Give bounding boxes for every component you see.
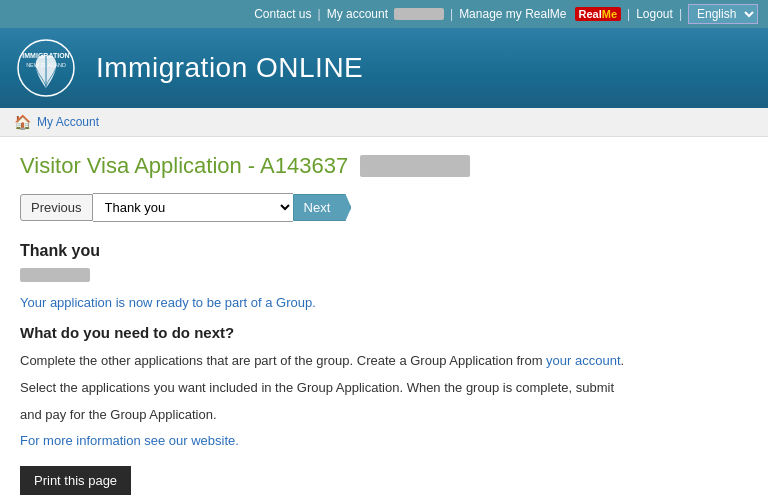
fern-logo-icon: IMMIGRATION NEW ZEALAND bbox=[16, 38, 76, 98]
page-title: Visitor Visa Application - A143637 bbox=[20, 153, 748, 179]
contact-us-link[interactable]: Contact us bbox=[254, 7, 311, 21]
next-steps-heading: What do you need to do next? bbox=[20, 324, 748, 341]
body-line-3: and pay for the Group Application. bbox=[20, 405, 748, 426]
thank-you-heading: Thank you bbox=[20, 242, 748, 260]
body-line-4-post: . bbox=[235, 433, 239, 448]
info-text: Your application is now ready to be part… bbox=[20, 295, 748, 310]
logo-area: IMMIGRATION NEW ZEALAND bbox=[16, 38, 76, 98]
manage-realme-link[interactable]: Manage my RealMe bbox=[459, 7, 566, 21]
logout-link[interactable]: Logout bbox=[636, 7, 673, 21]
separator4: | bbox=[679, 7, 682, 21]
body-line-4: For more information see our website. bbox=[20, 431, 748, 452]
page-title-text: Visitor Visa Application - A143637 bbox=[20, 153, 348, 179]
language-select[interactable]: English bbox=[688, 4, 758, 24]
realme-me: Me bbox=[602, 8, 617, 20]
account-redacted bbox=[394, 8, 444, 20]
main-content: Visitor Visa Application - A143637 Previ… bbox=[0, 137, 768, 504]
breadcrumb-my-account-link[interactable]: My Account bbox=[37, 115, 99, 129]
realme-badge: RealMe bbox=[575, 7, 622, 21]
name-redacted-bar bbox=[20, 268, 90, 282]
step-select[interactable]: Thank you bbox=[93, 193, 293, 222]
separator3: | bbox=[627, 7, 630, 21]
breadcrumb: 🏠 My Account bbox=[0, 108, 768, 137]
next-button[interactable]: Next bbox=[293, 194, 352, 221]
your-account-link[interactable]: your account bbox=[546, 353, 620, 368]
site-header: IMMIGRATION NEW ZEALAND Immigration ONLI… bbox=[0, 28, 768, 108]
realme-real: Real bbox=[579, 8, 602, 20]
home-icon[interactable]: 🏠 bbox=[14, 114, 31, 130]
title-redacted-bar bbox=[360, 155, 470, 177]
body-line-1: Complete the other applications that are… bbox=[20, 351, 748, 372]
previous-button[interactable]: Previous bbox=[20, 194, 93, 221]
body-line-2: Select the applications you want include… bbox=[20, 378, 748, 399]
separator1: | bbox=[318, 7, 321, 21]
body-line-4-pre: For more information see our bbox=[20, 433, 191, 448]
separator2: | bbox=[450, 7, 453, 21]
print-button[interactable]: Print this page bbox=[20, 466, 131, 495]
body-line-1-pre: Complete the other applications that are… bbox=[20, 353, 546, 368]
top-navigation: Contact us | My account | Manage my Real… bbox=[0, 0, 768, 28]
site-title: Immigration ONLINE bbox=[96, 52, 363, 84]
my-account-link[interactable]: My account bbox=[327, 7, 388, 21]
body-line-1-post: . bbox=[621, 353, 625, 368]
step-navigation: Previous Thank you Next bbox=[20, 193, 748, 222]
website-link[interactable]: website bbox=[191, 433, 235, 448]
